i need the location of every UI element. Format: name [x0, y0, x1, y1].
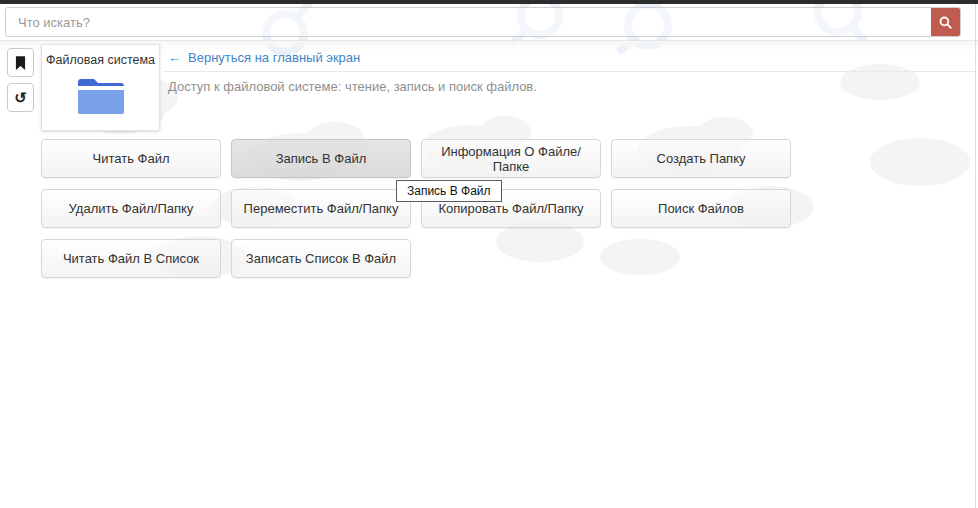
search-button[interactable] [931, 8, 960, 36]
service-card-file-system: Файловая система [41, 44, 160, 131]
app-screen: ↺ Файловая система ← Вернуться на главны… [0, 0, 978, 508]
history-button[interactable]: ↺ [7, 83, 34, 112]
action-write-list-to-file[interactable]: Записать Список В Файл [231, 239, 411, 278]
back-link-label: Вернуться на главный экран [188, 50, 360, 65]
link-row-divider [164, 71, 975, 72]
bookmark-icon [15, 56, 26, 70]
action-read-file-to-list[interactable]: Читать Файл В Список [41, 239, 221, 278]
back-arrow-icon: ← [168, 50, 181, 65]
search-icon [938, 15, 953, 30]
actions-grid: Читать Файл Запись В Файл Информация О Ф… [41, 139, 791, 278]
action-read-file[interactable]: Читать Файл [41, 139, 221, 178]
bookmarks-button[interactable] [7, 48, 34, 77]
back-to-main-link[interactable]: ← Вернуться на главный экран [168, 50, 360, 65]
tooltip: Запись В Файл [396, 180, 502, 202]
folder-icon [78, 76, 124, 114]
action-create-folder[interactable]: Создать Папку [611, 139, 791, 178]
service-description: Доступ к файловой системе: чтение, запис… [168, 79, 537, 94]
history-icon: ↺ [14, 90, 27, 105]
top-bar [0, 0, 978, 4]
action-file-folder-info[interactable]: Информация О Файле/Папке [421, 139, 601, 178]
action-write-to-file[interactable]: Запись В Файл [231, 139, 411, 178]
action-move-file-folder[interactable]: Переместить Файл/Папку [231, 189, 411, 228]
right-edge-divider [975, 0, 976, 508]
search-bar [5, 7, 961, 37]
action-delete-file-folder[interactable]: Удалить Файл/Папку [41, 189, 221, 228]
action-search-files[interactable]: Поиск Файлов [611, 189, 791, 228]
service-card-title: Файловая система [42, 53, 159, 67]
search-input[interactable] [6, 8, 931, 36]
header-divider [0, 40, 978, 41]
